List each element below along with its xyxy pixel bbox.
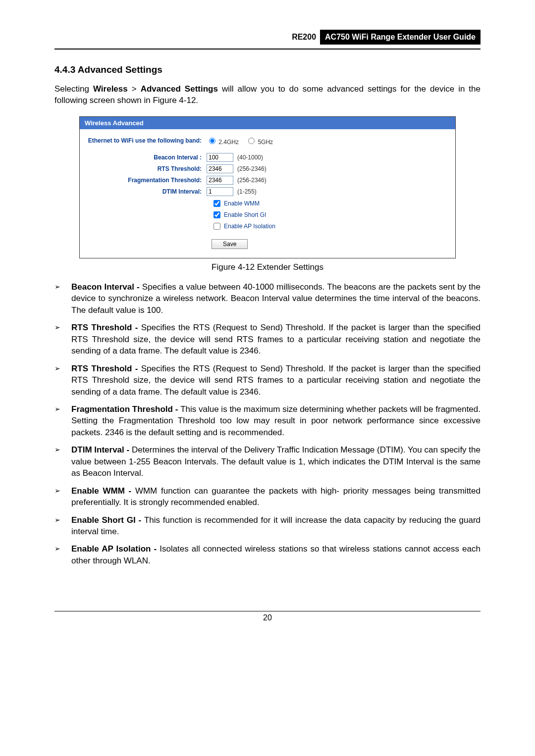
radio-5ghz-label: 5GHz (258, 139, 273, 146)
beacon-interval-input[interactable] (207, 153, 233, 162)
enable-short-gi-checkbox[interactable] (214, 211, 220, 218)
header-guide-title: AC750 WiFi Range Extender User Guide (320, 30, 481, 45)
intro-text: Selecting (54, 84, 93, 94)
bullet-body: RTS Threshold - Specifies the RTS (Reque… (71, 363, 481, 398)
list-item: ➢RTS Threshold - Specifies the RTS (Requ… (54, 322, 481, 356)
dtim-interval-range: (1-255) (237, 188, 257, 195)
radio-24ghz-wrap[interactable]: 2.4GHz (207, 136, 239, 146)
footer-divider (54, 611, 481, 611)
dtim-interval-label: DTIM Interval: (88, 188, 207, 195)
intro-sep: > (128, 84, 141, 94)
bullet-arrow-icon: ➢ (54, 403, 71, 438)
bullet-text: Determines the interval of the Delivery … (71, 445, 481, 478)
enable-ap-isolation-checkbox[interactable] (214, 223, 220, 230)
beacon-interval-range: (40-1000) (237, 154, 263, 161)
fragmentation-threshold-label: Fragmentation Threshold: (88, 177, 207, 184)
bullet-body: DTIM Interval - Determines the interval … (71, 444, 481, 479)
enable-ap-isolation-label: Enable AP Isolation (224, 223, 275, 230)
bullet-arrow-icon: ➢ (54, 514, 71, 538)
bullet-title: DTIM Interval - (71, 445, 132, 454)
list-item: ➢Enable WMM - WMM function can guarantee… (54, 485, 481, 508)
bullet-title: Enable WMM - (71, 486, 135, 496)
section-intro: Selecting Wireless > Advanced Settings w… (54, 84, 481, 106)
ethernet-band-label: Ethernet to WiFi use the following band: (88, 137, 207, 144)
bullet-title: RTS Threshold - (71, 323, 141, 332)
bullet-arrow-icon: ➢ (54, 444, 71, 479)
rts-threshold-range: (256-2346) (237, 165, 267, 172)
bullet-arrow-icon: ➢ (54, 363, 71, 398)
beacon-interval-label: Beacon Interval : (88, 154, 207, 161)
bullet-body: Enable AP Isolation - Isolates all conne… (71, 543, 481, 566)
figure-caption: Figure 4-12 Extender Settings (54, 262, 481, 272)
radio-5ghz-wrap[interactable]: 5GHz (246, 136, 273, 146)
bullet-arrow-icon: ➢ (54, 485, 71, 508)
bullet-body: Enable Short GI - This function is recom… (71, 514, 481, 538)
list-item: ➢DTIM Interval - Determines the interval… (54, 444, 481, 479)
bullet-body: Beacon Interval - Specifies a value betw… (71, 281, 481, 316)
list-item: ➢Fragmentation Threshold - This value is… (54, 403, 481, 438)
enable-wmm-checkbox[interactable] (214, 200, 220, 207)
rts-threshold-label: RTS Threshold: (88, 165, 207, 172)
bullet-title: Fragmentation Threshold - (71, 404, 180, 414)
bullet-title: Enable Short GI - (71, 515, 144, 525)
bullet-title: Enable AP Isolation - (71, 544, 160, 554)
radio-5ghz[interactable] (248, 138, 255, 144)
page-header: RE200 AC750 WiFi Range Extender User Gui… (54, 30, 481, 45)
header-divider (54, 49, 481, 50)
list-item: ➢Beacon Interval - Specifies a value bet… (54, 281, 481, 316)
enable-short-gi-label: Enable Short GI (224, 211, 266, 218)
list-item: ➢Enable Short GI - This function is reco… (54, 514, 481, 538)
bullet-arrow-icon: ➢ (54, 322, 71, 356)
radio-24ghz-label: 2.4GHz (218, 139, 239, 146)
bullet-body: Enable WMM - WMM function can guarantee … (71, 485, 481, 508)
save-button[interactable]: Save (212, 239, 248, 249)
fragmentation-threshold-range: (256-2346) (237, 177, 267, 184)
page-number: 20 (54, 613, 481, 622)
panel-title-bar: Wireless Advanced (80, 117, 455, 129)
bullet-body: RTS Threshold - Specifies the RTS (Reque… (71, 322, 481, 356)
bullet-arrow-icon: ➢ (54, 281, 71, 316)
bullet-title: Beacon Interval - (71, 282, 142, 292)
bullet-arrow-icon: ➢ (54, 543, 71, 566)
bullet-list: ➢Beacon Interval - Specifies a value bet… (54, 281, 481, 567)
list-item: ➢Enable AP Isolation - Isolates all conn… (54, 543, 481, 566)
bullet-body: Fragmentation Threshold - This value is … (71, 403, 481, 438)
wireless-advanced-panel: Wireless Advanced Ethernet to WiFi use t… (79, 116, 456, 258)
intro-advanced: Advanced Settings (141, 84, 218, 94)
fragmentation-threshold-input[interactable] (207, 176, 233, 185)
intro-wireless: Wireless (93, 84, 128, 94)
dtim-interval-input[interactable] (207, 187, 233, 196)
section-heading: 4.4.3 Advanced Settings (54, 64, 481, 75)
bullet-title: RTS Threshold - (71, 364, 141, 373)
list-item: ➢RTS Threshold - Specifies the RTS (Requ… (54, 363, 481, 398)
rts-threshold-input[interactable] (207, 164, 233, 173)
enable-wmm-label: Enable WMM (224, 200, 260, 207)
header-model: RE200 (288, 30, 320, 45)
radio-24ghz[interactable] (209, 138, 215, 144)
